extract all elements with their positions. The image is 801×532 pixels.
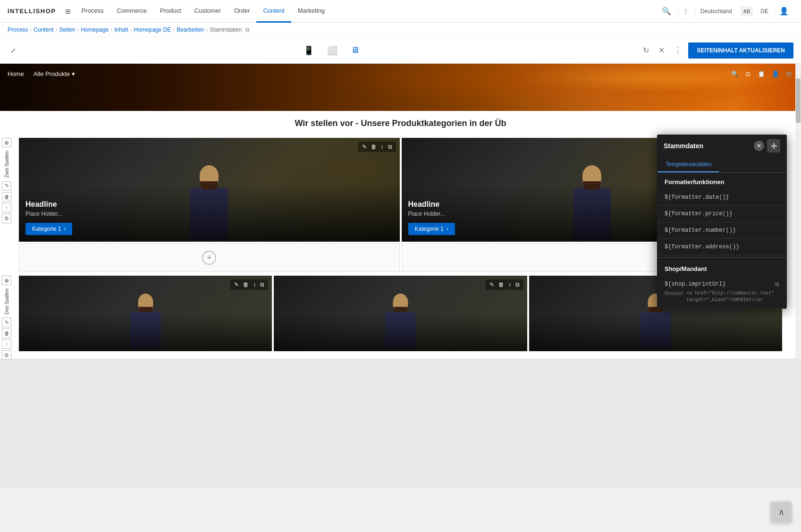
nav-item-customer[interactable]: Customer [188, 0, 228, 23]
hero-overlay [320, 64, 801, 111]
formatter-date-item[interactable]: ${formatter.date()} [657, 189, 787, 206]
hero-user-icon[interactable]: 👤 [772, 70, 779, 77]
tablet-view-button[interactable]: ⬜ [322, 42, 342, 59]
user-icon[interactable]: 👤 [774, 4, 793, 18]
breadcrumb-seiten[interactable]: Seiten [59, 26, 75, 33]
two-col-edit-btn[interactable]: ✎ [2, 181, 11, 191]
shop-mandant-divider [657, 257, 787, 258]
breadcrumb-process[interactable]: Process [8, 26, 28, 33]
search-button[interactable]: 🔍 [657, 4, 676, 18]
shop-imprint-item: ${shop.imprintUrl} ⧉ Beispiel <a href="h… [657, 276, 787, 309]
card-2-cta-btn[interactable]: Kategorie 1 › [408, 223, 455, 235]
three-col-label: Drei Spalten [4, 287, 9, 316]
three-card-1-delete-btn[interactable]: 🗑 [242, 281, 250, 288]
breadcrumb-sep-6: › [173, 26, 175, 33]
formatter-address-item[interactable]: ${formatter.address()} [657, 239, 787, 255]
add-col-1: + [19, 244, 400, 272]
card-1-cta-btn[interactable]: Kategorie 1 › [25, 223, 72, 235]
three-col-edit-btn[interactable]: ✎ [2, 318, 11, 327]
shop-imprint-example-label: Beispiel [665, 290, 683, 296]
shop-mandant-title: Shop/Mandant [657, 260, 787, 276]
panel-tab-templatevariablen[interactable]: Templatevariablen [658, 157, 719, 172]
add-item-button-1[interactable]: + [202, 251, 216, 265]
card-1-copy-btn[interactable]: ⧉ [387, 143, 394, 151]
lang-de[interactable]: DE [757, 6, 772, 17]
hero-clipboard-icon[interactable]: 📋 [758, 70, 765, 77]
card-1-bg: Headline Place Holder... Kategorie 1 › [19, 138, 400, 242]
two-col-controls: ⊞ Zwei Spalten ✎ 🗑 ↑ ⧉ [2, 138, 11, 223]
breadcrumb-sep-7: › [206, 26, 208, 33]
three-card-2: ✎ 🗑 ↕ ⧉ [274, 276, 527, 351]
hero-nav-home[interactable]: Home [8, 70, 24, 77]
two-col-grid-icon[interactable]: ⊞ [2, 138, 11, 147]
three-col-grid-icon[interactable]: ⊞ [2, 276, 11, 285]
two-col-move-up-btn[interactable]: ↑ [2, 203, 11, 212]
nav-item-commerce[interactable]: Commerce [110, 0, 153, 23]
device-switcher: 📱 ⬜ 🖥 [23, 42, 640, 59]
three-card-2-copy-btn[interactable]: ⧉ [514, 281, 521, 288]
shop-imprint-example-code: <a href="http://is8master.test" target="… [687, 290, 779, 304]
three-card-1-toolbar: ✎ 🗑 ↕ ⧉ [230, 279, 268, 290]
hero-scale-icon[interactable]: ⚖ [745, 70, 751, 77]
nav-item-content[interactable]: Content [256, 0, 291, 23]
close-editor-button[interactable]: ✕ [656, 43, 667, 58]
refresh-button[interactable]: ↻ [640, 43, 652, 58]
breadcrumb-sep-4: › [110, 26, 112, 33]
breadcrumb-content[interactable]: Content [34, 26, 53, 33]
card-1-delete-btn[interactable]: 🗑 [370, 143, 378, 151]
breadcrumb-bearbeiten[interactable]: Bearbeiten [177, 26, 204, 33]
page-section-title: Wir stellen vor - Unsere Produktkategori… [19, 118, 782, 128]
update-content-button[interactable]: SEITENINHALT AKTUALISIEREN [688, 42, 793, 59]
apps-grid-icon[interactable]: ⊞ [65, 8, 71, 15]
formatter-price-item[interactable]: ${formatter.price()} [657, 206, 787, 222]
three-card-2-move-btn[interactable]: ↕ [507, 281, 513, 288]
two-col-delete-btn[interactable]: 🗑 [2, 192, 11, 202]
shop-imprint-copy-btn[interactable]: ⧉ [775, 281, 779, 287]
hero-cart-icon[interactable]: 🛒 [786, 70, 793, 77]
formatierfunktionen-section: Formatierfunktionen ${formatter.date()} … [657, 173, 787, 255]
editor-toolbar: ⤢ 📱 ⬜ 🖥 ↻ ✕ ⋮ SEITENINHALT AKTUALISIEREN [0, 37, 801, 64]
breadcrumb-homepage-de[interactable]: Homepage DE [134, 26, 171, 33]
hero-search-icon[interactable]: 🔍 [731, 70, 739, 77]
formatter-number-item[interactable]: ${formatter.number()} [657, 222, 787, 239]
three-card-1: ✎ 🗑 ↕ ⧉ [19, 276, 272, 351]
share-icon: ⇧ [678, 5, 693, 18]
more-options-button[interactable]: ⋮ [671, 43, 684, 58]
breadcrumb-inhalt[interactable]: Inhalt [114, 26, 128, 33]
three-card-1-move-btn[interactable]: ↕ [252, 281, 257, 288]
breadcrumb: Process › Content › Seiten › Homepage › … [0, 23, 801, 37]
three-col-copy-btn[interactable]: ⧉ [2, 350, 11, 360]
three-card-2-delete-btn[interactable]: 🗑 [497, 281, 506, 288]
card-1-move-btn[interactable]: ↕ [379, 143, 385, 151]
three-card-2-edit-btn[interactable]: ✎ [488, 281, 496, 288]
panel-close-btn[interactable]: ✕ [754, 141, 764, 151]
hero-nav-products[interactable]: Alle Produkte ▾ [34, 70, 75, 77]
language-selector[interactable]: Deutschland [695, 5, 737, 17]
three-card-1-copy-btn[interactable]: ⧉ [259, 281, 266, 288]
shop-imprint-key[interactable]: ${shop.imprintUrl} [665, 281, 726, 287]
nav-item-process[interactable]: Process [75, 0, 110, 23]
two-col-copy-btn[interactable]: ⧉ [2, 214, 11, 223]
copy-breadcrumb-icon[interactable]: ⧉ [245, 26, 250, 33]
card-1-toolbar: ✎ 🗑 ↕ ⧉ [358, 142, 396, 152]
nav-item-product[interactable]: Product [153, 0, 188, 23]
formatierfunktionen-title: Formatierfunktionen [657, 173, 787, 189]
panel-title: Stammdaten [664, 142, 703, 150]
vertical-scrollbar[interactable] [795, 64, 801, 359]
card-1-edit-btn[interactable]: ✎ [361, 143, 368, 151]
hero-nav: Home Alle Produkte ▾ [8, 70, 75, 77]
scrollbar-thumb[interactable] [796, 78, 801, 123]
three-card-1-edit-btn[interactable]: ✎ [233, 281, 240, 288]
nav-item-order[interactable]: Order [228, 0, 256, 23]
mobile-view-button[interactable]: 📱 [299, 42, 319, 59]
breadcrumb-homepage[interactable]: Homepage [81, 26, 109, 33]
expand-button[interactable]: ⤢ [8, 44, 19, 57]
breadcrumb-sep-5: › [130, 26, 132, 33]
three-col-delete-btn[interactable]: 🗑 [2, 329, 11, 338]
panel-drag-btn[interactable]: ✛ [767, 139, 780, 152]
desktop-view-button[interactable]: 🖥 [346, 42, 364, 58]
three-col-move-up-btn[interactable]: ↑ [2, 339, 11, 349]
nav-item-marketing[interactable]: Marketing [291, 0, 331, 23]
panel-header: Stammdaten ✕ ✛ [657, 135, 787, 157]
template-panel: Stammdaten ✕ ✛ Templatevariablen ↑ ⧉ For… [657, 135, 787, 309]
